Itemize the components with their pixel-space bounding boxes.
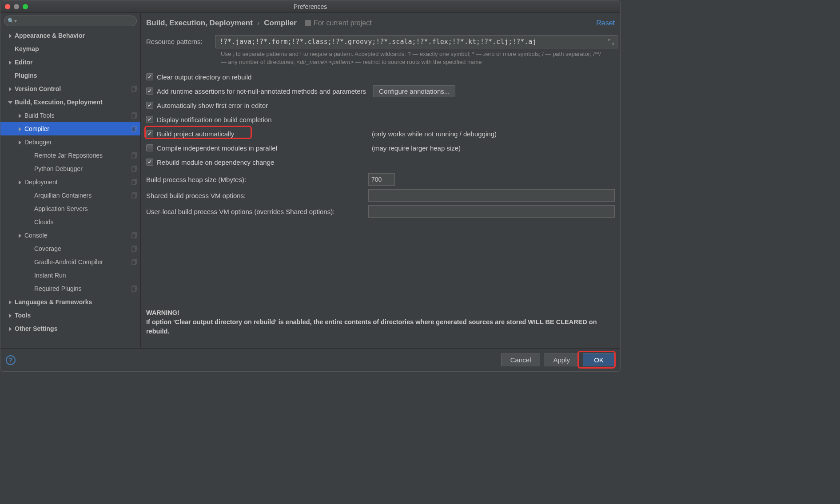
tree-item-label: Languages & Frameworks [15,298,92,306]
check-row: Clear output directory on rebuild [146,70,615,83]
checkbox-label[interactable]: Clear output directory on rebuild [157,73,251,81]
project-scope-icon [131,126,138,132]
arrow-spacer [8,73,13,78]
apply-button[interactable]: Apply [544,353,579,366]
field-label: Build process heap size (Mbytes): [146,176,368,183]
ok-button[interactable]: OK [583,353,615,366]
checkbox-note: (may require larger heap size) [372,144,461,152]
tree-item-required-plugins[interactable]: Required Plugins [0,282,140,295]
resource-patterns-label: Resource patterns: [146,35,215,45]
chevron-right-icon[interactable] [8,60,13,65]
chevron-right-icon[interactable] [17,113,23,118]
tree-item-languages-frameworks[interactable]: Languages & Frameworks [0,295,140,309]
reset-link[interactable]: Reset [596,19,615,27]
chevron-right-icon[interactable] [17,126,23,131]
chevron-right-icon[interactable] [8,299,13,305]
project-scope-icon [131,192,138,198]
dialog-footer: ? Cancel Apply OK [0,348,620,371]
checkbox-label[interactable]: Display notification on build completion [157,116,271,123]
checkbox[interactable] [146,116,153,123]
field-input[interactable] [368,189,615,202]
tree-item-build-tools[interactable]: Build Tools [0,109,140,122]
tree-item-clouds[interactable]: Clouds [0,215,140,229]
project-scope-icon [305,20,311,26]
project-scope-icon [131,112,138,119]
tree-item-plugins[interactable]: Plugins [0,69,140,82]
arrow-spacer [27,273,32,278]
tree-item-keymap[interactable]: Keymap [0,42,140,56]
resource-patterns-hint: Use ; to separate patterns and ! to nega… [221,50,607,66]
checkbox-label[interactable]: Automatically show first error in editor [157,102,268,109]
tree-item-label: Compiler [24,125,49,132]
search-input[interactable] [4,16,137,26]
tree-item-debugger[interactable]: Debugger [0,135,140,149]
cancel-button[interactable]: Cancel [501,353,541,366]
check-row: Rebuild module on dependency change [146,155,615,169]
chevron-right-icon[interactable] [8,313,13,318]
breadcrumb-1: Build, Execution, Deployment [146,19,253,28]
arrow-spacer [27,153,32,158]
chevron-right-icon[interactable] [8,86,13,91]
checkbox[interactable] [146,130,153,137]
tree-item-label: Plugins [15,72,37,79]
tree-item-instant-run[interactable]: Instant Run [0,269,140,282]
tree-item-deployment[interactable]: Deployment [0,175,140,189]
chevron-right-icon[interactable] [8,33,13,38]
check-row: Display notification on build completion [146,113,615,126]
chevron-right-icon[interactable] [17,179,23,185]
tree-item-label: Other Settings [15,325,57,332]
svg-rect-15 [132,234,135,238]
field-label: User-local build process VM options (ove… [146,208,368,215]
checkbox-label[interactable]: Add runtime assertions for not-null-anno… [157,87,366,95]
checkbox-label[interactable]: Compile independent modules in parallel [157,144,277,152]
tree-item-console[interactable]: Console [0,229,140,242]
field-input[interactable] [368,205,615,218]
tree-item-remote-jar-repositories[interactable]: Remote Jar Repositories [0,149,140,162]
chevron-right-icon[interactable] [8,326,13,331]
checkbox[interactable] [146,73,153,80]
expand-icon[interactable] [608,38,615,45]
checkbox[interactable] [146,159,153,166]
tree-item-label: Keymap [15,45,39,52]
tree-item-python-debugger[interactable]: Python Debugger [0,162,140,175]
tree-item-compiler[interactable]: Compiler [0,122,140,135]
checkbox[interactable] [146,144,153,151]
checkbox[interactable] [146,87,153,95]
tree-item-appearance-behavior[interactable]: Appearance & Behavior [0,29,140,42]
checkbox[interactable] [146,102,153,109]
checkbox-label[interactable]: Build project automatically [157,130,234,138]
tree-item-build-execution-deployment[interactable]: Build, Execution, Deployment [0,95,140,109]
svg-rect-13 [132,194,135,198]
zoom-icon[interactable] [23,4,28,9]
tree-item-application-servers[interactable]: Application Servers [0,202,140,215]
svg-rect-1 [132,87,135,91]
tree-item-arquillian-containers[interactable]: Arquillian Containers [0,189,140,202]
tree-item-coverage[interactable]: Coverage [0,242,140,255]
svg-rect-17 [132,247,135,251]
tree-item-label: Python Debugger [34,165,83,172]
resource-patterns-input[interactable] [215,35,617,48]
field-input[interactable] [368,173,395,186]
sidebar: 🔍▾ Appearance & BehaviorKeymapEditorPlug… [0,13,141,348]
project-scope-icon [131,179,138,185]
arrow-spacer [27,206,32,211]
tree-item-tools[interactable]: Tools [0,309,140,322]
tree-item-version-control[interactable]: Version Control [0,82,140,95]
help-button[interactable]: ? [6,355,16,365]
chevron-down-icon[interactable] [8,99,13,105]
close-icon[interactable] [5,4,10,9]
tree-item-label: Debugger [24,139,52,146]
checkbox-note: (only works while not running / debuggin… [372,130,497,138]
tree-item-other-settings[interactable]: Other Settings [0,322,140,335]
project-scope-icon [131,246,138,252]
checkbox-label[interactable]: Rebuild module on dependency change [157,159,274,166]
breadcrumb-sep: › [257,19,259,27]
minimize-icon[interactable] [14,4,19,9]
configure-annotations-button[interactable]: Configure annotations... [373,85,455,97]
check-row: Add runtime assertions for not-null-anno… [146,84,615,98]
tree-item-editor[interactable]: Editor [0,56,140,69]
preferences-window: Preferences 🔍▾ Appearance & BehaviorKeym… [0,0,621,372]
chevron-right-icon[interactable] [17,233,23,238]
chevron-right-icon[interactable] [17,139,23,145]
tree-item-gradle-android-compiler[interactable]: Gradle-Android Compiler [0,255,140,269]
